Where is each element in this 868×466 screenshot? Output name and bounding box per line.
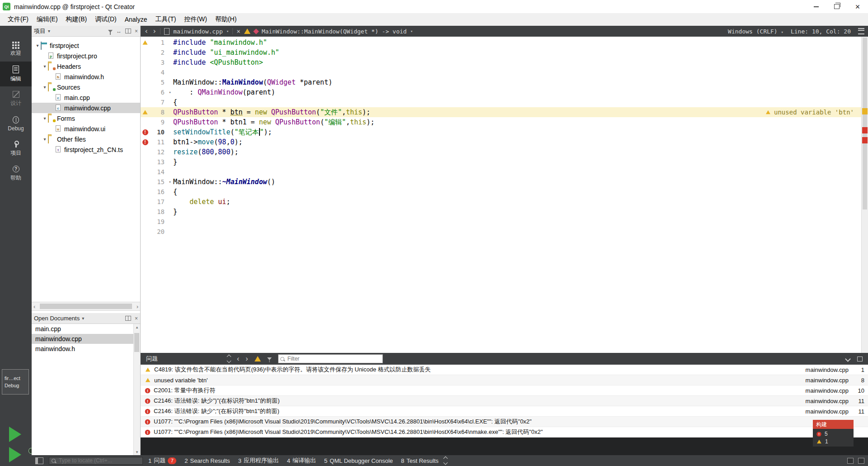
code-line-7[interactable]: 7{ bbox=[141, 97, 861, 107]
menu-item-编辑(E)[interactable]: 编辑(E) bbox=[33, 13, 62, 26]
issue-row[interactable]: U1077: ""C:\Program Files (x86)\Microsof… bbox=[141, 417, 868, 427]
code-line-10[interactable]: 10setWindowTitle("笔记本"); bbox=[141, 127, 861, 137]
close-document-icon[interactable]: × bbox=[236, 28, 240, 35]
kit-target-selector[interactable]: fir…ect Debug bbox=[2, 369, 29, 395]
chevron-down-icon[interactable]: ▾ bbox=[34, 43, 41, 48]
previous-item-icon[interactable]: ‹ bbox=[237, 355, 239, 362]
issue-row[interactable]: U1077: ""C:\Program Files (x86)\Microsof… bbox=[141, 427, 868, 437]
open-file-name[interactable]: mainwindow.cpp bbox=[173, 28, 223, 35]
chevron-down-icon[interactable]: ▾ bbox=[82, 316, 84, 321]
close-pane-icon[interactable]: × bbox=[135, 315, 138, 322]
locator-input[interactable] bbox=[58, 457, 140, 464]
sort-icon[interactable] bbox=[227, 355, 231, 362]
chevron-down-icon[interactable]: ▾ bbox=[410, 29, 413, 33]
sidebar-mode-帮助[interactable]: 帮助 bbox=[0, 161, 32, 186]
menu-item-控件(W)[interactable]: 控件(W) bbox=[180, 13, 211, 26]
code-line-14[interactable]: 14 bbox=[141, 167, 861, 177]
code-line-9[interactable]: 9QPushButton * btn1 = new QPushButton("编… bbox=[141, 117, 861, 127]
issue-row[interactable]: C2146: 语法错误: 缺少")"(在标识符"btn1"的前面)mainwin… bbox=[141, 396, 868, 406]
tree-item-mainwindow.cpp[interactable]: cmainwindow.cpp bbox=[32, 103, 140, 113]
tree-item-firstproject.pro[interactable]: pfirstproject.pro bbox=[32, 51, 140, 61]
code-editor[interactable]: 1#include "mainwindow.h"2#include "ui_ma… bbox=[141, 37, 861, 353]
issue-row[interactable]: C4819: 该文件包含不能在当前代码页(936)中表示的字符。请将该文件保存为… bbox=[141, 365, 868, 375]
maximize-button[interactable] bbox=[826, 0, 847, 13]
next-item-icon[interactable]: › bbox=[245, 355, 248, 362]
tree-item-mainwindow.ui[interactable]: umainwindow.ui bbox=[32, 124, 140, 134]
code-line-1[interactable]: 1#include "mainwindow.h" bbox=[141, 38, 861, 48]
split-icon[interactable] bbox=[125, 316, 131, 321]
editor-vscrollbar[interactable] bbox=[861, 37, 868, 353]
build-progress-popup[interactable]: 构建 5 1 bbox=[813, 420, 854, 447]
code-line-20[interactable]: 20 bbox=[141, 227, 861, 237]
error-mark[interactable] bbox=[862, 137, 868, 143]
current-symbol[interactable]: MainWindow::MainWindow(QWidget *) -> voi… bbox=[262, 28, 407, 35]
chevron-down-icon[interactable]: ▾ bbox=[42, 85, 48, 90]
menu-item-构建(B)[interactable]: 构建(B) bbox=[62, 13, 91, 26]
editor-menu-icon[interactable] bbox=[858, 28, 864, 34]
warning-mark[interactable] bbox=[862, 108, 868, 114]
category-filter-icon[interactable] bbox=[267, 357, 272, 360]
code-line-4[interactable]: 4 bbox=[141, 67, 861, 77]
forward-icon[interactable]: › bbox=[152, 28, 157, 35]
issue-row[interactable]: unused variable 'btn'mainwindow.cpp8 bbox=[141, 375, 868, 385]
output-pane-编译输出[interactable]: 4编译输出 bbox=[287, 456, 316, 465]
code-line-11[interactable]: 11btn1->move(98,0); bbox=[141, 137, 861, 147]
tree-item-Forms[interactable]: ▾Forms bbox=[32, 113, 140, 124]
code-line-16[interactable]: 16{ bbox=[141, 187, 861, 197]
toggle-sidebar-icon[interactable] bbox=[35, 457, 43, 464]
sync-with-editor-icon[interactable]: ↔ bbox=[116, 28, 122, 34]
minimize-panel-icon[interactable] bbox=[845, 356, 851, 362]
back-icon[interactable]: ‹ bbox=[144, 28, 149, 35]
vscroll-thumb[interactable] bbox=[134, 333, 139, 352]
tree-item-Sources[interactable]: ▾Sources bbox=[32, 82, 140, 92]
code-line-17[interactable]: 17 delete ui; bbox=[141, 197, 861, 207]
code-line-13[interactable]: 13} bbox=[141, 157, 861, 167]
code-line-19[interactable]: 19 bbox=[141, 217, 861, 227]
open-document-mainwindow.h[interactable]: mainwindow.h bbox=[32, 344, 140, 354]
split-icon[interactable] bbox=[125, 29, 131, 33]
code-line-3[interactable]: 3#include <QPushButton> bbox=[141, 57, 861, 67]
code-line-2[interactable]: 2#include "ui_mainwindow.h" bbox=[141, 48, 861, 57]
run-button[interactable] bbox=[9, 427, 21, 442]
menu-item-工具(T)[interactable]: 工具(T) bbox=[151, 13, 180, 26]
chevron-down-icon[interactable]: ▾ bbox=[42, 137, 48, 142]
tree-item-mainwindow.h[interactable]: hmainwindow.h bbox=[32, 71, 140, 82]
debug-run-button[interactable] bbox=[9, 447, 21, 462]
scroll-up-icon[interactable]: ▴ bbox=[136, 325, 138, 329]
output-pane-QML Debugger Console[interactable]: 5QML Debugger Console bbox=[324, 457, 393, 464]
close-pane-icon[interactable]: × bbox=[135, 28, 138, 34]
output-pane-Test Results[interactable]: 8Test Results bbox=[401, 457, 439, 464]
vscroll-thumb[interactable] bbox=[863, 38, 867, 209]
line-ending-selector[interactable]: Windows (CRLF) ▾ bbox=[728, 28, 783, 35]
minimize-button[interactable] bbox=[806, 0, 826, 13]
sidebar-mode-欢迎[interactable]: 欢迎 bbox=[0, 37, 32, 62]
issue-row[interactable]: C2001: 常量中有换行符mainwindow.cpp10 bbox=[141, 385, 868, 396]
output-pane-Search Results[interactable]: 2Search Results bbox=[184, 457, 230, 464]
filter-icon[interactable] bbox=[108, 30, 113, 33]
maximize-panel-icon[interactable] bbox=[857, 357, 863, 361]
tree-item-Headers[interactable]: ▾Headers bbox=[32, 61, 140, 71]
sidebar-mode-Debug[interactable]: Debug bbox=[0, 111, 32, 136]
chevron-down-icon[interactable]: ▾ bbox=[42, 116, 48, 121]
menu-item-调试(D)[interactable]: 调试(D) bbox=[91, 13, 120, 26]
sidebar-mode-项目[interactable]: 项目 bbox=[0, 136, 32, 161]
menu-item-帮助(H)[interactable]: 帮助(H) bbox=[211, 13, 241, 26]
tree-item-firstproject_zh_CN.ts[interactable]: tfirstproject_zh_CN.ts bbox=[32, 144, 140, 155]
show-warnings-icon[interactable] bbox=[255, 356, 261, 361]
close-button[interactable]: × bbox=[847, 0, 868, 13]
code-line-8[interactable]: 8QPushButton * btn = new QPushButton("文件… bbox=[141, 107, 861, 117]
code-line-6[interactable]: 6▾ : QMainWindow(parent) bbox=[141, 87, 861, 97]
fold-marker-icon[interactable]: ▾ bbox=[167, 90, 173, 95]
code-line-5[interactable]: 5MainWindow::MainWindow(QWidget *parent) bbox=[141, 77, 861, 87]
menu-item-Analyze[interactable]: Analyze bbox=[121, 13, 151, 26]
error-mark[interactable] bbox=[862, 127, 868, 133]
code-line-15[interactable]: 15▾MainWindow::~MainWindow() bbox=[141, 177, 861, 187]
scroll-right-icon[interactable]: › bbox=[137, 303, 138, 310]
open-document-mainwindow.cpp[interactable]: mainwindow.cpp bbox=[32, 334, 140, 344]
code-line-18[interactable]: 18} bbox=[141, 207, 861, 217]
scroll-left-icon[interactable]: ‹ bbox=[33, 303, 35, 310]
hscroll-thumb[interactable] bbox=[40, 304, 132, 309]
menu-item-文件(F)[interactable]: 文件(F) bbox=[4, 13, 33, 26]
scroll-down-icon[interactable]: ▾ bbox=[136, 450, 138, 454]
chevron-down-icon[interactable]: ▾ bbox=[226, 29, 229, 33]
